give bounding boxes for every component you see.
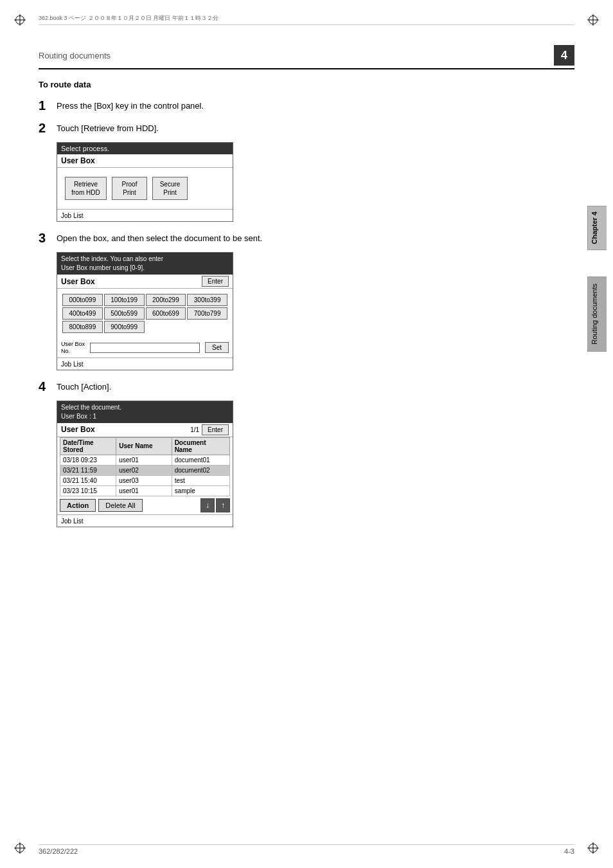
routing-tab: Routing documents [587,276,607,352]
corner-mark-br [587,842,599,854]
scroll-down-btn[interactable]: ↓ [200,498,215,512]
action-row: Action Delete All ↓ ↑ [57,496,233,514]
table-row[interactable]: 03/21 15:40 user03 test [60,475,230,485]
ui-box2-header-line2: User Box number using [0-9]. [61,264,145,271]
delete-all-button[interactable]: Delete All [98,499,142,512]
cell-doc-4: sample [172,485,229,496]
ui-box1-body: Retrievefrom HDD ProofPrint SecurePrint [57,168,233,209]
index-000[interactable]: 000to099 [62,294,103,306]
step-3-num: 3 [39,230,57,246]
ui-box3-header-line1: Select the document. [61,404,121,411]
user-box-no-row: User BoxNo. Set [57,338,233,357]
cell-date-4: 03/23 10:15 [60,485,116,496]
user-box-no-label: User BoxNo. [61,341,85,355]
step-4: 4 Touch [Action]. [39,378,574,394]
ui-box2-enter-btn[interactable]: Enter [202,276,229,287]
corner-mark-tr [587,14,599,26]
ui-box2-header-line1: Select the index. You can also enter [61,255,163,262]
step-4-text: Touch [Action]. [57,378,111,393]
index-100[interactable]: 100to199 [104,294,145,306]
section-title: Routing documents [39,51,554,60]
secure-print-btn[interactable]: SecurePrint [152,177,188,200]
ui-box2-footer: Job List [57,357,233,370]
ui-box1-footer: Job List [57,209,233,221]
ui-box1-footer-label: Job List [61,212,83,219]
index-600[interactable]: 600to699 [146,307,186,320]
index-200[interactable]: 200to299 [146,294,186,306]
ui-box3-title-row: User Box 1/1 Enter [57,423,233,437]
ui-box3-footer-label: Job List [61,518,83,525]
ui-mockup-1: Select process. User Box Retrievefrom HD… [57,142,233,222]
table-row[interactable]: 03/23 10:15 user01 sample [60,485,230,496]
cell-user-2: user02 [116,465,172,475]
ui-box2-subheader: User Box [61,277,95,286]
cell-doc-2: document02 [172,465,229,475]
step-1-num: 1 [39,97,57,113]
ui-box1-header: Select process. [57,143,233,154]
route-data-heading: To route data [39,80,574,89]
cell-date-1: 03/18 09:23 [60,455,116,465]
ui-box3-header: Select the document. User Box : 1 [57,401,233,423]
col-datetime: Date/TimeStored [60,437,116,455]
table-row[interactable]: 03/21 11:59 user02 document02 [60,465,230,475]
chapter-tab: Chapter 4 [587,206,607,250]
index-grid: 000to099 100to199 200to299 300to399 400t… [60,291,230,336]
ui-box3-table-container: Date/TimeStored User Name DocumentName 0… [57,437,233,496]
section-header: Routing documents 4 [39,45,574,69]
scroll-up-btn[interactable]: ↑ [216,498,230,512]
cell-user-1: user01 [116,455,172,465]
step-2-num: 2 [39,120,57,136]
ui-mockup-2: Select the index. You can also enter Use… [57,252,233,370]
document-table: Date/TimeStored User Name DocumentName 0… [60,437,230,496]
ui-mockup-3: Select the document. User Box : 1 User B… [57,401,233,527]
step-2: 2 Touch [Retrieve from HDD]. [39,120,574,136]
cell-user-4: user01 [116,485,172,496]
ui-box3-page-info: 1/1 [190,426,199,433]
ui-box2-header: Select the index. You can also enter Use… [57,253,233,275]
ui-box2-title-row: User Box Enter [57,275,233,289]
step-4-num: 4 [39,378,57,394]
step-3: 3 Open the box, and then select the docu… [39,230,574,246]
user-box-no-input[interactable] [90,343,200,353]
step-1-text: Press the [Box] key in the control panel… [57,97,204,113]
step-2-text: Touch [Retrieve from HDD]. [57,120,159,135]
ui-box1-subheader: User Box [57,154,233,168]
cell-doc-3: test [172,475,229,485]
ui-box2-index-grid: 000to099 100to199 200to299 300to399 400t… [57,289,233,338]
index-300[interactable]: 300to399 [187,294,227,306]
step-3-text: Open the box, and then select the docume… [57,230,262,245]
ui-box1-btn-row: Retrievefrom HDD ProofPrint SecurePrint [61,173,229,204]
retrieve-hdd-btn[interactable]: Retrievefrom HDD [65,177,107,200]
page-footer: 362/282/222 4-3 [39,844,574,855]
index-800[interactable]: 800to899 [62,321,103,333]
index-700[interactable]: 700to799 [187,307,227,320]
section-number: 4 [554,45,574,66]
ui-box3-enter-btn[interactable]: Enter [202,424,229,435]
corner-mark-tl [14,14,26,26]
index-500[interactable]: 500to599 [104,307,145,320]
file-meta: 362.book 3 ページ ２００８年１０月２０日 月曜日 午前１１時３２分 [39,14,574,25]
index-900[interactable]: 900to999 [104,321,145,333]
footer-left: 362/282/222 [39,847,78,855]
proof-print-btn[interactable]: ProofPrint [112,177,147,200]
table-row[interactable]: 03/18 09:23 user01 document01 [60,455,230,465]
cell-user-3: user03 [116,475,172,485]
col-docname: DocumentName [172,437,229,455]
ui-box2-footer-label: Job List [61,361,83,368]
col-username: User Name [116,437,172,455]
index-400[interactable]: 400to499 [62,307,103,320]
footer-right: 4-3 [564,847,574,855]
ui-box3-subheader: User Box [61,425,95,434]
cell-date-2: 03/21 11:59 [60,465,116,475]
cell-doc-1: document01 [172,455,229,465]
action-button[interactable]: Action [60,499,96,512]
ui-box3-footer: Job List [57,514,233,527]
main-content: Routing documents 4 To route data 1 Pres… [39,45,574,829]
set-btn[interactable]: Set [205,342,229,353]
step-1: 1 Press the [Box] key in the control pan… [39,97,574,113]
corner-mark-bl [14,842,26,854]
ui-box3-header-line2: User Box : 1 [61,413,96,420]
cell-date-3: 03/21 15:40 [60,475,116,485]
